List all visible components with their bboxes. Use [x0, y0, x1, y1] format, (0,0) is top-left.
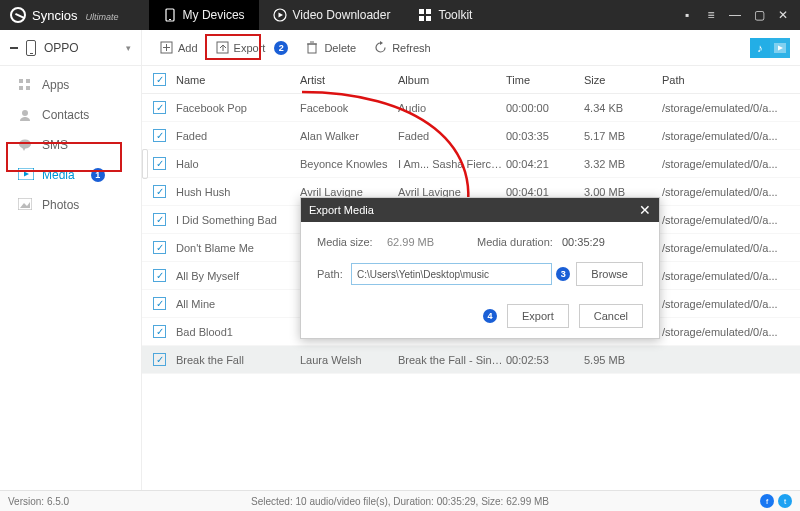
cell-path: /storage/emulated/0/a... [662, 186, 800, 198]
table-row[interactable]: ✓FadedAlan WalkerFaded00:03:355.17 MB/st… [142, 122, 800, 150]
top-nav: My Devices Video Downloader Toolkit [149, 0, 487, 30]
play-icon [273, 8, 287, 22]
cell-name: Halo [170, 158, 300, 170]
row-checkbox[interactable]: ✓ [153, 157, 166, 170]
facebook-icon[interactable]: f [760, 494, 774, 508]
brand-edition: Ultimate [86, 12, 119, 22]
row-checkbox[interactable]: ✓ [153, 297, 166, 310]
device-icon [26, 40, 36, 56]
row-checkbox[interactable]: ✓ [153, 325, 166, 338]
svg-point-12 [22, 110, 28, 116]
annotation-highlight [6, 142, 122, 172]
browse-button[interactable]: Browse [576, 262, 643, 286]
sidebar-item-label: Apps [42, 78, 69, 92]
chevron-down-icon: ▾ [126, 43, 131, 53]
cell-path: /storage/emulated/0/a... [662, 102, 800, 114]
selection-text: Selected: 10 audio/video file(s), Durati… [251, 496, 549, 507]
col-time[interactable]: Time [506, 74, 584, 86]
grid-icon [418, 8, 432, 22]
splitter-handle[interactable] [142, 148, 148, 180]
path-label: Path: [317, 268, 351, 280]
video-tab[interactable] [770, 38, 790, 58]
path-input[interactable] [351, 263, 552, 285]
add-button[interactable]: Add [152, 37, 206, 58]
size-value: 62.99 MB [387, 236, 477, 248]
row-checkbox[interactable]: ✓ [153, 101, 166, 114]
cell-time: 00:04:21 [506, 158, 584, 170]
nav-devices[interactable]: My Devices [149, 0, 259, 30]
close-icon[interactable]: ✕ [776, 8, 790, 22]
svg-rect-6 [419, 16, 424, 21]
minimize-icon[interactable]: — [728, 8, 742, 22]
col-size[interactable]: Size [584, 74, 662, 86]
cell-artist: Facebook [300, 102, 398, 114]
table-header: ✓ Name Artist Album Time Size Path [142, 66, 800, 94]
sidebar-item-photos[interactable]: Photos [0, 190, 141, 220]
device-name: OPPO [44, 41, 79, 55]
cell-name: I Did Something Bad [170, 214, 300, 226]
table-row[interactable]: ✓Facebook PopFacebookAudio00:00:004.34 K… [142, 94, 800, 122]
svg-marker-18 [20, 202, 30, 208]
delete-button[interactable]: Delete [298, 37, 364, 58]
cell-name: All By Myself [170, 270, 300, 282]
duration-label: Media duration: [477, 236, 562, 248]
btn-label: Add [178, 42, 198, 54]
sidebar-item-apps[interactable]: Apps [0, 70, 141, 100]
row-checkbox[interactable]: ✓ [153, 129, 166, 142]
add-icon [160, 41, 173, 54]
row-checkbox[interactable]: ✓ [153, 353, 166, 366]
annotation-badge-2: 2 [274, 41, 288, 55]
cell-album: Audio [398, 102, 506, 114]
message-icon[interactable]: ▪ [680, 8, 694, 22]
col-name[interactable]: Name [170, 74, 300, 86]
cell-name: Break the Fall [170, 354, 300, 366]
sidebar: OPPO ▾ Apps Contacts SMS Media 1 [0, 30, 142, 490]
menu-icon[interactable]: ≡ [704, 8, 718, 22]
table-row[interactable]: ✓Break the FallLaura WelshBreak the Fall… [142, 346, 800, 374]
svg-rect-23 [308, 44, 316, 53]
cell-artist: Beyonce Knowles [300, 158, 398, 170]
row-checkbox[interactable]: ✓ [153, 185, 166, 198]
row-checkbox[interactable]: ✓ [153, 269, 166, 282]
svg-rect-7 [426, 16, 431, 21]
cell-time: 00:04:01 [506, 186, 584, 198]
cancel-button[interactable]: Cancel [579, 304, 643, 328]
cell-album: Faded [398, 130, 506, 142]
titlebar: Syncios Ultimate My Devices Video Downlo… [0, 0, 800, 30]
cell-time: 00:02:53 [506, 354, 584, 366]
col-path[interactable]: Path [662, 74, 800, 86]
sidebar-item-contacts[interactable]: Contacts [0, 100, 141, 130]
svg-rect-10 [19, 86, 23, 90]
svg-rect-4 [419, 9, 424, 14]
nav-downloader[interactable]: Video Downloader [259, 0, 405, 30]
export-modal: Export Media ✕ Media size: 62.99 MB Medi… [300, 197, 660, 339]
phone-icon [163, 8, 177, 22]
logo-icon [10, 7, 26, 23]
annotation-badge-3: 3 [556, 267, 570, 281]
cell-size: 3.32 MB [584, 158, 662, 170]
brand: Syncios Ultimate [0, 7, 119, 23]
table-row[interactable]: ✓HaloBeyonce KnowlesI Am... Sasha Fierce… [142, 150, 800, 178]
cell-path: /storage/emulated/0/a... [662, 326, 800, 338]
select-all-checkbox[interactable]: ✓ [153, 73, 166, 86]
row-checkbox[interactable]: ✓ [153, 213, 166, 226]
nav-toolkit[interactable]: Toolkit [404, 0, 486, 30]
maximize-icon[interactable]: ▢ [752, 8, 766, 22]
modal-titlebar: Export Media ✕ [301, 198, 659, 222]
brand-name: Syncios [32, 8, 78, 23]
col-artist[interactable]: Artist [300, 74, 398, 86]
svg-rect-5 [426, 9, 431, 14]
cell-artist: Laura Welsh [300, 354, 398, 366]
export-confirm-button[interactable]: Export [507, 304, 569, 328]
refresh-button[interactable]: Refresh [366, 37, 439, 58]
modal-close-icon[interactable]: ✕ [639, 202, 651, 218]
btn-label: Refresh [392, 42, 431, 54]
size-label: Media size: [317, 236, 387, 248]
music-tab[interactable]: ♪ [750, 38, 770, 58]
nav-devices-label: My Devices [183, 8, 245, 22]
device-selector[interactable]: OPPO ▾ [0, 30, 141, 66]
svg-marker-16 [24, 172, 29, 177]
row-checkbox[interactable]: ✓ [153, 241, 166, 254]
col-album[interactable]: Album [398, 74, 506, 86]
twitter-icon[interactable]: t [778, 494, 792, 508]
